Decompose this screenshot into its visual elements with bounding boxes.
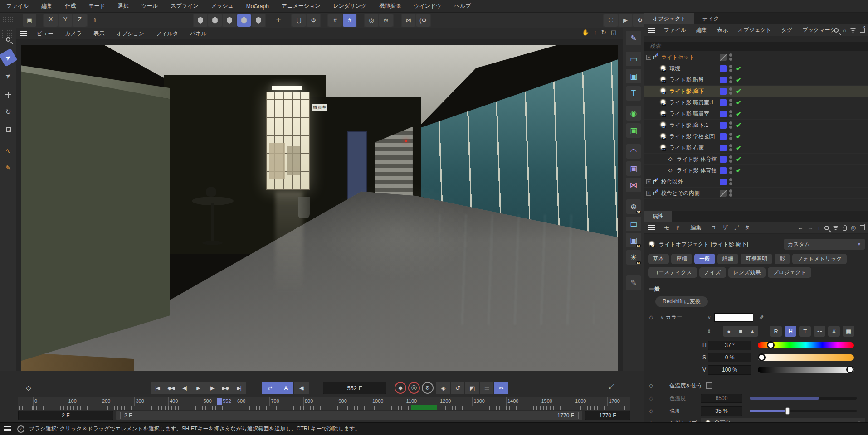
lock-icon[interactable]	[843, 227, 847, 231]
autokeying-button[interactable]: Ⓐ	[408, 382, 420, 394]
layer-color-swatch[interactable]	[720, 65, 727, 72]
layer-color-swatch[interactable]	[720, 122, 727, 129]
viewport-menu-1[interactable]: カメラ	[59, 30, 88, 38]
render-view-icon[interactable]: ▶	[619, 14, 632, 27]
viewport-canvas[interactable]: 職員室	[21, 45, 618, 371]
picker-mode-1[interactable]: ■	[735, 326, 746, 337]
attr-tab-プロジェクト[interactable]: プロジェクト	[768, 267, 811, 278]
toolbar-grip[interactable]	[3, 16, 15, 24]
points-mode-icon[interactable]	[194, 14, 207, 27]
attr-tab-座標[interactable]: 座標	[671, 254, 692, 264]
zoom-tool-icon[interactable]	[1, 33, 15, 46]
tree-row-8[interactable]: STライト影 右家✔	[644, 142, 868, 154]
attributes-menu-icon[interactable]	[648, 225, 655, 230]
expander-icon[interactable]: −	[646, 55, 651, 60]
intensity-slider[interactable]	[750, 410, 857, 412]
solo-off-icon[interactable]: ◎	[365, 14, 378, 27]
enable-dots[interactable]	[729, 99, 732, 106]
color-system-⚏[interactable]: ⚏	[814, 326, 825, 337]
visibility-check-icon[interactable]: ✔	[736, 167, 741, 174]
parameter-key-icon[interactable]: ⚌	[480, 382, 493, 394]
cube-primitive-icon[interactable]: ▣	[626, 69, 641, 83]
render-region-icon[interactable]: ⛶	[604, 14, 618, 27]
spline-pen-icon[interactable]: ✎	[626, 31, 641, 45]
layer-color-swatch[interactable]	[720, 111, 727, 117]
hsv-slider-H[interactable]	[758, 342, 854, 348]
target-icon[interactable]: ◎	[851, 224, 856, 231]
axis-z-button[interactable]: Z	[73, 14, 87, 27]
temperature-field[interactable]: 6500	[701, 394, 742, 403]
texture-mode-icon[interactable]	[252, 14, 265, 27]
maximize-view-icon[interactable]: ◱	[611, 29, 616, 36]
attr-menu-1[interactable]: 編集	[686, 224, 707, 232]
sky-icon[interactable]: ⊕ST	[626, 199, 641, 214]
preset-dropdown[interactable]: カスタム▼	[784, 239, 865, 250]
play-button[interactable]: ▶	[191, 382, 205, 394]
menu-item-11[interactable]: 機能拡張	[373, 0, 407, 13]
keying-settings-button[interactable]: ⚙	[422, 382, 434, 394]
go-to-start-button[interactable]: |◀	[151, 382, 164, 394]
menu-item-3[interactable]: モード	[82, 0, 112, 13]
attr-menu-0[interactable]: モード	[659, 224, 686, 232]
collapse-icon[interactable]: ⇕	[707, 329, 711, 334]
convert-redshift-button[interactable]: Redshift に変換	[655, 296, 708, 307]
move-tool-icon[interactable]	[1, 88, 15, 102]
tweak-tool-icon[interactable]: ➤	[0, 67, 17, 85]
enable-dots[interactable]	[729, 189, 732, 197]
snap-icon[interactable]: ⋃	[292, 14, 306, 27]
menu-item-0[interactable]: ファイル	[0, 0, 35, 13]
color-system-#[interactable]: #	[828, 326, 840, 337]
key-diamond-icon-4[interactable]: ◇	[649, 408, 653, 414]
deformer-icon[interactable]: ◠	[626, 144, 641, 159]
attr-tab-詳細[interactable]: 詳細	[717, 254, 738, 264]
attr-open-window-icon[interactable]	[860, 225, 865, 230]
tree-row-5[interactable]: STライト影 職員室✔	[644, 108, 868, 120]
sound-button[interactable]: ◀)	[294, 382, 309, 394]
filter-icon[interactable]	[850, 28, 856, 33]
hsv-knob-H[interactable]	[767, 341, 775, 349]
om-menu-3[interactable]: オブジェクト	[733, 26, 776, 34]
instance-icon[interactable]: ◉	[626, 106, 641, 121]
object-manager-menu-icon[interactable]	[648, 28, 655, 33]
polygons-mode-icon[interactable]	[223, 14, 236, 27]
camera-icon[interactable]: ▣ST	[626, 233, 641, 247]
edges-mode-icon[interactable]	[208, 14, 222, 27]
attr-tab-ノイズ[interactable]: ノイズ	[699, 267, 726, 278]
symmetry-icon[interactable]: ⋈	[626, 178, 641, 192]
enable-dots[interactable]	[729, 155, 732, 163]
rotate-view-icon[interactable]: ↻	[601, 29, 606, 36]
intensity-knob[interactable]	[785, 407, 790, 415]
layer-color-swatch[interactable]	[720, 167, 727, 174]
next-frame-button[interactable]: |▶	[205, 382, 219, 394]
layer-color-disabled[interactable]	[720, 54, 727, 61]
layer-color-swatch[interactable]	[720, 145, 727, 151]
tree-row-7[interactable]: STライト影 学校玄関✔	[644, 131, 868, 142]
enable-axis-icon[interactable]: ✛	[272, 14, 285, 27]
key-diamond-icon-2[interactable]: ◇	[649, 382, 653, 389]
tab-objects[interactable]: オブジェクト	[644, 13, 694, 24]
visibility-check-icon[interactable]: ✔	[736, 144, 741, 151]
viewport-menu-icon[interactable]	[20, 31, 27, 36]
chevron-icon[interactable]: ∨	[660, 315, 663, 320]
tree-row-11[interactable]: +↱校舎以外	[644, 176, 868, 188]
spline-rectangle-icon[interactable]: ▭	[626, 52, 641, 66]
home-icon[interactable]: ⌂	[843, 27, 846, 34]
next-key-button[interactable]: ▶◆	[219, 382, 232, 394]
hsv-field-H[interactable]: 37 °	[708, 341, 751, 350]
brush-tool-icon[interactable]: ✎	[1, 161, 15, 175]
layer-color-disabled[interactable]	[720, 190, 727, 197]
range-start-field[interactable]: 2 F	[18, 411, 113, 420]
layer-color-swatch[interactable]	[720, 133, 727, 140]
range-grip-right[interactable]	[577, 412, 580, 419]
light-icon[interactable]: ☀ST	[626, 250, 641, 265]
temperature-checkbox[interactable]	[706, 382, 712, 389]
hsv-knob-V[interactable]	[846, 366, 854, 373]
mirror-icon[interactable]: ⋈	[402, 14, 415, 27]
hsv-slider-V[interactable]	[758, 367, 854, 373]
attr-tab-影[interactable]: 影	[775, 254, 790, 264]
forward-icon[interactable]: →	[807, 224, 813, 231]
enable-dots[interactable]	[729, 167, 732, 174]
tab-takes[interactable]: テイク	[694, 13, 727, 24]
attr-search-icon[interactable]	[824, 226, 829, 230]
color-system-R[interactable]: R	[770, 326, 782, 337]
